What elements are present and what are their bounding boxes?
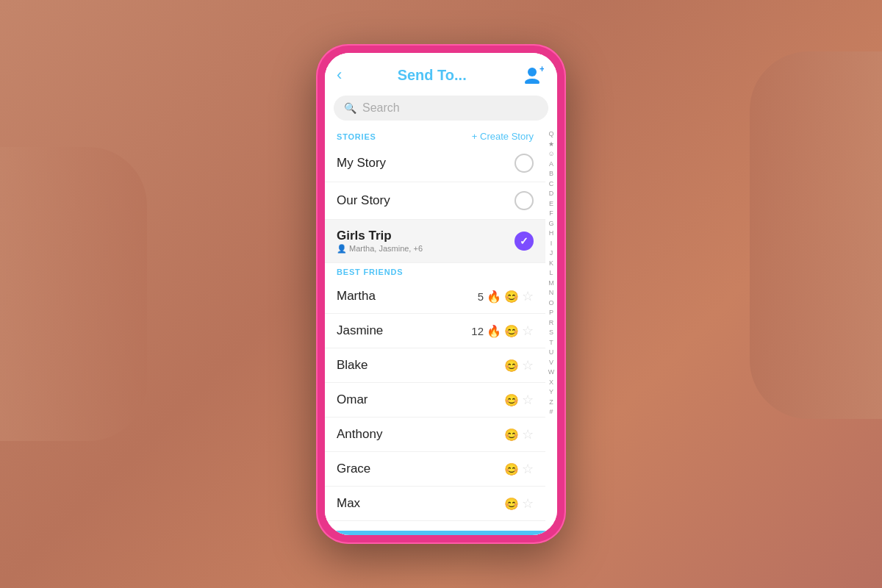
list-item[interactable]: Martha 5 🔥 😊 ☆ [325,279,545,314]
add-friend-icon: + [523,66,544,84]
item-right [514,154,534,173]
item-info: Omar [337,392,504,407]
search-placeholder: Search [362,101,400,115]
smile-emoji: 😊 [504,497,519,511]
alpha-h[interactable]: H [549,229,554,239]
alpha-l[interactable]: L [549,268,553,279]
alpha-b[interactable]: B [549,169,553,179]
alpha-y[interactable]: Y [549,387,553,398]
alpha-p[interactable]: P [549,308,553,318]
story-checkbox-girls-trip[interactable] [514,232,534,251]
add-friend-button[interactable]: + [522,63,545,87]
item-info: Max [337,496,504,511]
item-info: Blake [337,358,504,373]
alpha-w[interactable]: W [548,368,555,378]
alpha-i[interactable]: I [551,239,553,249]
star-icon[interactable]: ☆ [522,461,534,477]
list-item[interactable]: Max 😊 ☆ [325,487,545,521]
best-friends-section-header: BEST FRIENDS [325,263,545,279]
alpha-o[interactable]: O [548,298,553,309]
star-icon[interactable]: ☆ [522,392,534,408]
item-name: Max [337,496,504,511]
list-item[interactable]: Girls Trip 👤 Martha, Jasmine, +6 [325,220,545,263]
item-name: Omar [337,392,504,407]
create-story-button[interactable]: + Create Story [472,131,534,142]
alpha-s[interactable]: S [549,328,553,338]
best-friends-section-label: BEST FRIENDS [337,268,403,276]
alpha-m[interactable]: M [548,279,554,289]
list-item[interactable]: Grace 😊 ☆ [325,452,545,487]
search-bar[interactable]: 🔍 Search [334,96,548,121]
list-item[interactable]: Blake 😊 ☆ [325,348,545,383]
header: ‹ Send To... + [325,53,557,93]
alpha-q[interactable]: Q [548,129,553,140]
stories-section-label: STORIES [337,132,376,141]
stories-section-header: STORIES + Create Story [325,126,545,145]
alpha-hash[interactable]: # [549,407,553,417]
alpha-t[interactable]: T [549,338,553,348]
phone-inner: ‹ Send To... + 🔍 Search [325,53,557,535]
alpha-u[interactable]: U [549,348,554,358]
plus-icon: + [539,66,544,74]
item-name: Grace [337,462,504,476]
smile-emoji: 😊 [504,462,519,476]
list-item[interactable]: Omar 😊 ☆ [325,383,545,417]
star-icon[interactable]: ☆ [522,495,534,512]
alpha-g[interactable]: G [548,219,553,229]
alpha-face[interactable]: ☺ [548,149,554,159]
alpha-k[interactable]: K [549,259,553,269]
smile-emoji: 😊 [504,359,519,373]
item-right: 😊 ☆ [504,426,534,442]
alpha-v[interactable]: V [549,358,553,368]
item-name: Jasmine [337,323,471,338]
phone-shell: ‹ Send To... + 🔍 Search [316,44,566,544]
alpha-c[interactable]: C [549,179,554,190]
streak-count: 12 [471,325,484,337]
story-checkbox-my-story[interactable] [514,154,534,173]
item-right: 12 🔥 😊 ☆ [471,323,534,339]
story-checkbox-our-story[interactable] [514,191,534,210]
alpha-e[interactable]: E [549,199,553,209]
star-icon[interactable]: ☆ [522,323,534,339]
star-icon[interactable]: ☆ [522,288,534,304]
star-icon[interactable]: ☆ [522,426,534,442]
alpha-x[interactable]: X [549,378,553,388]
alpha-r[interactable]: R [549,318,554,329]
item-subtitle: 👤 Martha, Jasmine, +6 [337,244,514,254]
hand-right-bg [750,51,882,419]
alpha-a[interactable]: A [549,159,553,170]
search-icon: 🔍 [344,102,356,114]
item-name: Our Story [337,193,514,208]
list-item[interactable]: Jasmine 12 🔥 😊 ☆ [325,314,545,348]
alpha-n[interactable]: N [549,288,554,298]
smile-emoji: 😊 [504,290,519,304]
alpha-j[interactable]: J [550,248,553,259]
item-info: Our Story [337,193,514,208]
alpha-f[interactable]: F [549,209,553,219]
item-right: 5 🔥 😊 ☆ [478,288,534,304]
list-item[interactable]: My Story [325,145,545,182]
hand-left-bg [0,147,147,441]
list-scroll[interactable]: STORIES + Create Story My Story [325,126,545,531]
smile-emoji: 😊 [504,393,519,407]
svg-point-1 [525,79,539,84]
fire-emoji: 🔥 [487,324,501,338]
item-name: Martha [337,289,478,304]
alpha-d[interactable]: D [549,189,554,199]
svg-point-0 [528,68,537,76]
alpha-z[interactable]: Z [549,398,553,408]
item-info: Anthony [337,427,504,442]
item-right: 😊 ☆ [504,357,534,373]
smile-emoji: 😊 [504,324,519,338]
item-info: Martha [337,289,478,304]
alpha-star[interactable]: ★ [548,140,554,150]
item-info: Jasmine [337,323,471,338]
list-item[interactable]: Our Story [325,182,545,220]
back-button[interactable]: ‹ [337,65,342,85]
star-icon[interactable]: ☆ [522,357,534,373]
item-name: My Story [337,156,514,171]
item-right: 😊 ☆ [504,495,534,512]
item-name: Girls Trip [337,229,514,243]
list-item[interactable]: Anthony 😊 ☆ [325,417,545,452]
list-container: STORIES + Create Story My Story [325,126,557,531]
